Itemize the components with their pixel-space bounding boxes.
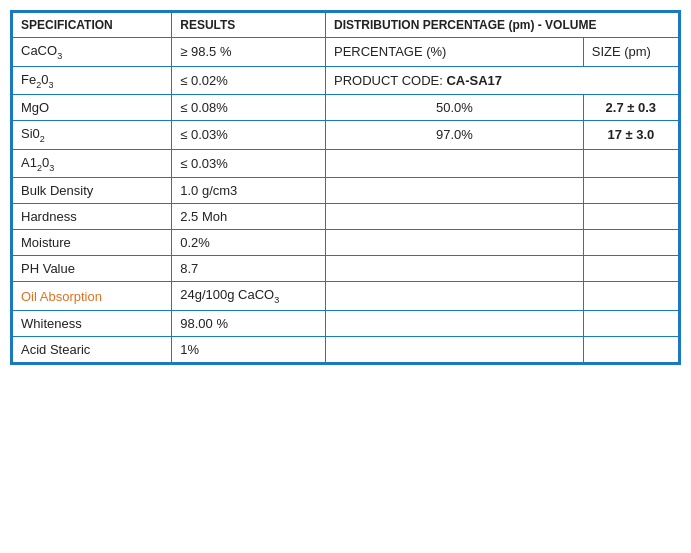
dist-size-cell bbox=[583, 336, 678, 362]
spec-table: SPECIFICATION RESULTS DISTRIBUTION PERCE… bbox=[12, 12, 679, 363]
dist-pct-cell bbox=[326, 256, 584, 282]
dist-size-cell: 2.7 ± 0.3 bbox=[583, 95, 678, 121]
dist-pct-cell bbox=[326, 204, 584, 230]
results-cell: ≤ 0.03% bbox=[172, 149, 326, 178]
dist-size-cell: 17 ± 3.0 bbox=[583, 121, 678, 150]
dist-size-cell bbox=[583, 178, 678, 204]
spec-cell: Bulk Density bbox=[13, 178, 172, 204]
spec-cell: Si02 bbox=[13, 121, 172, 150]
spec-cell-oil-absorption: Oil Absorption bbox=[13, 282, 172, 311]
dist-size-cell bbox=[583, 256, 678, 282]
dist-size-cell bbox=[583, 282, 678, 311]
table-header-row: SPECIFICATION RESULTS DISTRIBUTION PERCE… bbox=[13, 13, 679, 38]
results-cell: ≥ 98.5 % bbox=[172, 38, 326, 67]
dist-pct-cell bbox=[326, 230, 584, 256]
spec-cell: Acid Stearic bbox=[13, 336, 172, 362]
product-code-cell: PRODUCT CODE: CA-SA17 bbox=[326, 66, 679, 95]
spec-cell: MgO bbox=[13, 95, 172, 121]
spec-cell: A1203 bbox=[13, 149, 172, 178]
table-row: Acid Stearic 1% bbox=[13, 336, 679, 362]
results-cell: 0.2% bbox=[172, 230, 326, 256]
results-cell: 8.7 bbox=[172, 256, 326, 282]
dist-size-cell: SIZE (pm) bbox=[583, 38, 678, 67]
table-row: Fe203 ≤ 0.02% PRODUCT CODE: CA-SA17 bbox=[13, 66, 679, 95]
table-row: Oil Absorption 24g/100g CaCO3 bbox=[13, 282, 679, 311]
table-row: Moisture 0.2% bbox=[13, 230, 679, 256]
header-results: RESULTS bbox=[172, 13, 326, 38]
table-row: Bulk Density 1.0 g/cm3 bbox=[13, 178, 679, 204]
dist-pct-cell: 50.0% bbox=[326, 95, 584, 121]
dist-pct-cell bbox=[326, 282, 584, 311]
dist-pct-cell: PERCENTAGE (%) bbox=[326, 38, 584, 67]
spec-cell: Hardness bbox=[13, 204, 172, 230]
spec-cell: Moisture bbox=[13, 230, 172, 256]
spec-table-wrapper: SPECIFICATION RESULTS DISTRIBUTION PERCE… bbox=[10, 10, 681, 365]
results-cell: ≤ 0.02% bbox=[172, 66, 326, 95]
results-cell: 1.0 g/cm3 bbox=[172, 178, 326, 204]
dist-pct-cell bbox=[326, 178, 584, 204]
header-distribution: DISTRIBUTION PERCENTAGE (pm) - VOLUME bbox=[326, 13, 679, 38]
dist-size-cell bbox=[583, 310, 678, 336]
dist-size-cell bbox=[583, 230, 678, 256]
dist-pct-cell bbox=[326, 310, 584, 336]
spec-cell: Whiteness bbox=[13, 310, 172, 336]
results-cell: 24g/100g CaCO3 bbox=[172, 282, 326, 311]
table-row: PH Value 8.7 bbox=[13, 256, 679, 282]
dist-pct-cell bbox=[326, 149, 584, 178]
dist-size-cell bbox=[583, 149, 678, 178]
table-row: CaCO3 ≥ 98.5 % PERCENTAGE (%) SIZE (pm) bbox=[13, 38, 679, 67]
spec-cell: CaCO3 bbox=[13, 38, 172, 67]
results-cell: 1% bbox=[172, 336, 326, 362]
results-cell: ≤ 0.08% bbox=[172, 95, 326, 121]
header-spec: SPECIFICATION bbox=[13, 13, 172, 38]
dist-pct-cell bbox=[326, 336, 584, 362]
results-cell: ≤ 0.03% bbox=[172, 121, 326, 150]
table-row: Whiteness 98.00 % bbox=[13, 310, 679, 336]
spec-cell: PH Value bbox=[13, 256, 172, 282]
dist-pct-cell: 97.0% bbox=[326, 121, 584, 150]
results-cell: 98.00 % bbox=[172, 310, 326, 336]
table-row: Hardness 2.5 Moh bbox=[13, 204, 679, 230]
dist-size-cell bbox=[583, 204, 678, 230]
spec-cell: Fe203 bbox=[13, 66, 172, 95]
product-code-value: CA-SA17 bbox=[446, 73, 502, 88]
table-row: A1203 ≤ 0.03% bbox=[13, 149, 679, 178]
results-cell: 2.5 Moh bbox=[172, 204, 326, 230]
table-row: Si02 ≤ 0.03% 97.0% 17 ± 3.0 bbox=[13, 121, 679, 150]
table-row: MgO ≤ 0.08% 50.0% 2.7 ± 0.3 bbox=[13, 95, 679, 121]
